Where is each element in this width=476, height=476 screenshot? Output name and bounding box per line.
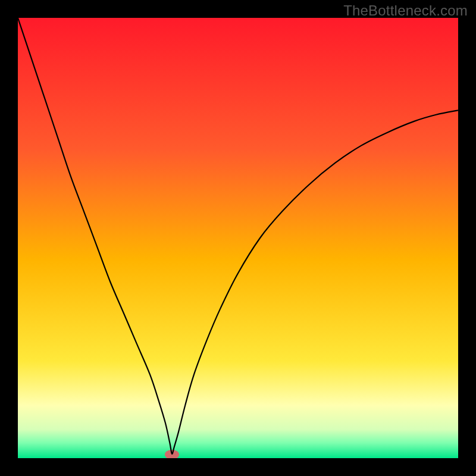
chart-background xyxy=(18,18,458,458)
chart-frame: TheBottleneck.com xyxy=(0,0,476,476)
bottleneck-chart xyxy=(18,18,458,458)
watermark-label: TheBottleneck.com xyxy=(343,2,468,19)
